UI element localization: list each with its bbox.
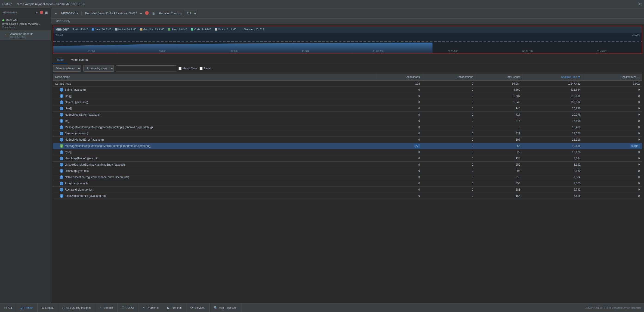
view-heap-select[interactable]: View app heap xyxy=(53,65,81,72)
shallow-size2-cell: 0 xyxy=(583,156,642,162)
bottom-tab-services[interactable]: ⚙Services xyxy=(186,304,210,312)
col-shallow-size-2[interactable]: Shallow Size ... xyxy=(583,74,642,81)
shallow-size-cell: 411,864 xyxy=(522,87,583,93)
class-icon: C xyxy=(60,144,63,148)
dropdown-arrow[interactable]: ▾ xyxy=(77,12,78,15)
deallocations-cell: 0 xyxy=(422,106,476,112)
col-class-name[interactable]: Class Name xyxy=(53,74,377,81)
bottom-tab-todo[interactable]: ☰TODO xyxy=(118,304,138,312)
tab-icon: ⚠ xyxy=(142,306,146,310)
table-row[interactable]: C Object[] (java.lang) 0 0 1,646 197,032… xyxy=(53,99,642,106)
shallow-size2-cell: 0 xyxy=(583,149,642,156)
bottom-tab-app-quality-insights[interactable]: ◇App Quality Insights xyxy=(58,304,95,312)
table-row[interactable]: 🗂 app heap 108 0 16,084 1,247,431 7,992 xyxy=(53,81,642,87)
table-row[interactable]: C FinalizerReference (java.lang.ref) 0 0… xyxy=(53,193,642,199)
table-row[interactable]: C Rect (android.graphics) 0 0 283 6,792 … xyxy=(53,187,642,193)
bottom-tab-problems[interactable]: ⚠Problems xyxy=(138,304,163,312)
table-row[interactable]: C HashMap (java.util) 0 0 204 8,160 0 xyxy=(53,168,642,174)
bottom-bar: ⊙Git◎Profiler≡Logcat◇App Quality Insight… xyxy=(0,303,644,312)
settings-icon[interactable]: ⚙ xyxy=(638,2,642,6)
deallocations-cell: 0 xyxy=(422,168,476,174)
tracking-select[interactable]: Full xyxy=(184,11,197,16)
bottom-tab-logcat[interactable]: ≡Logcat xyxy=(38,304,58,312)
time-4: 01:00.000 xyxy=(373,50,384,52)
col-deallocations[interactable]: Deallocations xyxy=(422,74,476,81)
total-count-cell: 256 xyxy=(476,162,522,168)
session-app-name: myapplication (Xiaomi M2010J1... xyxy=(2,22,48,25)
tab-icon: ⊙ xyxy=(4,306,7,310)
tab-icon: ⚙ xyxy=(190,306,193,310)
tab-visualization[interactable]: Visualization xyxy=(67,57,92,63)
bottom-right-info: 6:JSON 47:1 LF UTF-8 4 spaces Layout Ins… xyxy=(584,306,644,309)
class-name: MessageMonitorImpl$MessageMonitorInfoImp… xyxy=(65,144,151,148)
allocation-tracking-label: Allocation Tracking xyxy=(158,12,182,15)
col-total-count[interactable]: Total Count xyxy=(476,74,522,81)
bottom-tab-terminal[interactable]: ▶Terminal xyxy=(163,304,186,312)
sessions-label: SESSIONS xyxy=(2,11,36,14)
deallocations-cell: 0 xyxy=(422,99,476,106)
table-row[interactable]: C HashMap$Node[] (java.util) 0 0 128 8,3… xyxy=(53,156,642,162)
class-icon: C xyxy=(60,132,63,135)
search-input[interactable] xyxy=(116,66,176,72)
add-session-button[interactable]: + xyxy=(36,10,38,15)
regex-label[interactable]: Regex xyxy=(200,67,212,70)
stop-button[interactable] xyxy=(40,10,43,15)
split-button[interactable]: ⊞ xyxy=(45,10,48,15)
search-wrapper: 🔍 xyxy=(116,66,176,72)
deallocations-cell: 0 xyxy=(422,180,476,187)
total-count-cell: 353 xyxy=(476,180,522,187)
arrange-by-select[interactable]: Arrange by class xyxy=(83,65,114,72)
match-case-checkbox[interactable] xyxy=(178,67,182,70)
table-row[interactable]: C NoSuchMethodError (java.lang) 0 0 397 … xyxy=(53,137,642,143)
table-row[interactable]: C ArrayList (java.util) 0 0 353 7,060 0 xyxy=(53,180,642,187)
table-row[interactable]: C long[] 0 0 1,687 313,136 0 xyxy=(53,93,642,99)
shallow-size2-cell: 0 xyxy=(583,162,642,168)
stat-others: Others: 21.1 MB xyxy=(215,28,236,31)
profiler-label: Profiler xyxy=(2,2,12,6)
regex-checkbox[interactable] xyxy=(200,67,202,70)
shallow-size-cell: 20,076 xyxy=(522,112,583,118)
bottom-tab-app-inspection[interactable]: 🔍App Inspection xyxy=(210,304,242,312)
tab-label: Terminal xyxy=(171,306,182,310)
col-shallow-size[interactable]: Shallow Size ▼ xyxy=(522,74,583,81)
total-count-cell: 156 xyxy=(476,193,522,199)
delete-button[interactable]: 🗑 xyxy=(151,11,156,16)
table-row[interactable]: C byte[] 0 0 22 10,176 0 xyxy=(53,149,642,156)
allocation-record-item[interactable]: ⬛ Allocation Records 00:00:58.066 xyxy=(0,30,51,40)
table-row[interactable]: C MessageMonitorImpl$MessageMonitorInfoI… xyxy=(53,124,642,130)
bottom-tab-commit[interactable]: ✓Commit xyxy=(95,304,117,312)
table-row[interactable]: C NoSuchFieldError (java.lang) 0 0 717 2… xyxy=(53,112,642,118)
back-button[interactable]: ← xyxy=(53,11,59,16)
size-label: 250000 xyxy=(632,34,640,36)
resize-icon[interactable]: ↔ xyxy=(140,12,143,15)
shallow-size2-cell: 0 xyxy=(583,87,642,93)
table-row[interactable]: C int[] 0 0 314 16,696 0 xyxy=(53,118,642,124)
bottom-tab-profiler[interactable]: ◎Profiler xyxy=(16,304,38,312)
allocations-cell: 0 xyxy=(377,180,422,187)
bottom-tab-git[interactable]: ⊙Git xyxy=(0,304,16,312)
tab-icon: ▶ xyxy=(167,306,170,310)
sidebar-header: SESSIONS + ⊞ xyxy=(0,8,51,17)
total-count-cell: 204 xyxy=(476,168,522,174)
session-item[interactable]: 10:02 AM myapplication (Xiaomi M2010J1..… xyxy=(0,17,51,30)
shallow-size-cell: 10,636 xyxy=(522,143,583,149)
data-table[interactable]: Class Name Allocations Deallocations Tot… xyxy=(53,74,642,303)
stat-native: Native: 26.3 MB xyxy=(115,28,136,31)
memory-chart-header: MEMORY Total: 113 MB Java: 10.2 MB Nativ… xyxy=(53,26,642,32)
table-row[interactable]: C char[] 0 0 146 20,896 0 xyxy=(53,106,642,112)
table-row[interactable]: C Cleaner (sun.misc) 0 0 321 11,556 0 xyxy=(53,130,642,137)
allocations-cell: 0 xyxy=(377,93,422,99)
tab-table[interactable]: Table xyxy=(53,57,67,63)
tabs-bar: Table Visualization xyxy=(53,55,642,63)
stat-allocated: - - Allocated: 231022 xyxy=(240,28,264,31)
total-count-cell: 717 xyxy=(476,112,522,118)
table-row[interactable]: C NativeAllocationRegistry$CleanerThunk … xyxy=(53,174,642,180)
time-1: 15.000 xyxy=(159,50,166,52)
stat-stack: Stack: 0.8 MB xyxy=(168,28,187,31)
col-allocations[interactable]: Allocations xyxy=(377,74,422,81)
match-case-label[interactable]: Match Case xyxy=(178,67,197,70)
shallow-size2-cell: 0 xyxy=(583,168,642,174)
table-row[interactable]: C String (java.lang) 0 0 4,660 411,864 0 xyxy=(53,87,642,93)
table-row[interactable]: C LinkedHashMap$LinkedHashMapEntry (java… xyxy=(53,162,642,168)
table-row[interactable]: C MessageMonitorImpl$MessageMonitorInfoI… xyxy=(53,143,642,149)
